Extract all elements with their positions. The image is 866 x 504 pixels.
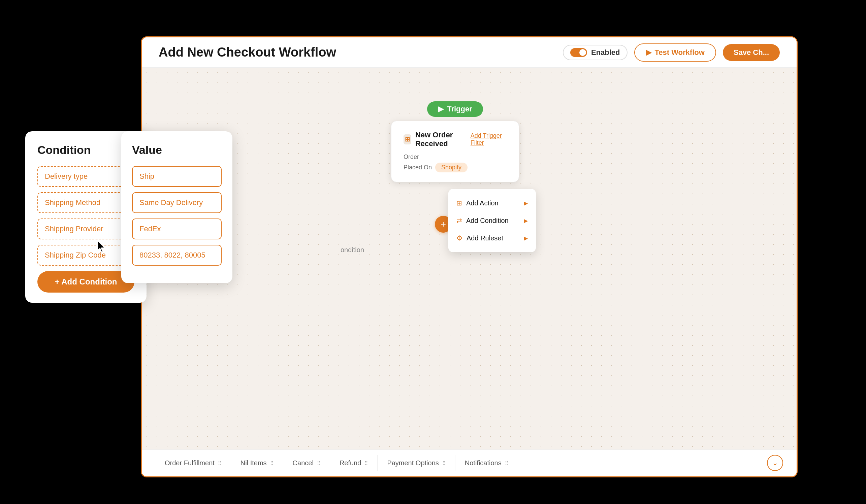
trigger-placed-on: Placed On Shopify	[403, 163, 507, 172]
shopify-badge: Shopify	[435, 163, 467, 172]
tab-order-fulfillment[interactable]: Order Fulfillment ⠿	[155, 455, 231, 471]
value-ship[interactable]: Ship	[132, 166, 222, 187]
canvas-area: ▶ Trigger ⊞ New Order Received Add Trigg…	[142, 68, 797, 477]
trigger-card: ⊞ New Order Received Add Trigger Filter …	[391, 121, 519, 182]
add-action-item[interactable]: ⊞ Add Action ▶	[448, 194, 536, 212]
add-condition-item[interactable]: ⇄ Add Condition ▶	[448, 212, 536, 229]
chevron-right-2-icon: ▶	[524, 217, 528, 224]
app-window: Add New Checkout Workflow Enabled ▶ Test…	[141, 36, 798, 478]
condition-shipping-method[interactable]: Shipping Method	[37, 192, 134, 213]
tab-notifications[interactable]: Notifications ⠿	[455, 455, 518, 471]
dots-icon-4: ⠿	[365, 461, 368, 466]
dots-icon-2: ⠿	[270, 461, 274, 466]
scroll-down-button[interactable]: ⌄	[767, 455, 783, 471]
dots-icon-3: ⠿	[317, 461, 320, 466]
tab-payment-options[interactable]: Payment Options ⠿	[378, 455, 455, 471]
toggle-label: Enabled	[591, 48, 620, 57]
add-trigger-link[interactable]: Add Trigger Filter	[470, 132, 507, 146]
trigger-node: ▶ Trigger ⊞ New Order Received Add Trigg…	[391, 101, 519, 182]
play-icon-trigger: ▶	[438, 105, 444, 113]
dots-icon-5: ⠿	[442, 461, 446, 466]
add-condition-icon: ⇄	[456, 216, 462, 225]
tab-cancel[interactable]: Cancel ⠿	[283, 455, 330, 471]
test-workflow-button[interactable]: ▶ Test Workflow	[634, 43, 716, 61]
bottom-tabs: Order Fulfillment ⠿ Nil Items ⠿ Cancel ⠿…	[142, 449, 797, 477]
trigger-card-title: ⊞ New Order Received	[403, 131, 470, 148]
dots-icon-6: ⠿	[505, 461, 508, 466]
condition-card-title: Condition	[37, 143, 134, 157]
add-ruleset-icon: ⚙	[456, 234, 463, 242]
context-menu: ⊞ Add Action ▶ ⇄ Add Condition ▶ ⚙ Add R…	[448, 189, 536, 252]
value-card-title: Value	[132, 143, 222, 157]
value-same-day[interactable]: Same Day Delivery	[132, 192, 222, 213]
trigger-card-header: ⊞ New Order Received Add Trigger Filter	[403, 131, 507, 148]
top-bar-actions: Enabled ▶ Test Workflow Save Ch...	[563, 43, 780, 61]
condition-shipping-zip[interactable]: Shipping Zip Code	[37, 245, 134, 266]
order-icon: ⊞	[403, 134, 411, 144]
save-button[interactable]: Save Ch...	[723, 44, 780, 61]
toggle-switch[interactable]	[570, 48, 587, 57]
condition-label: ondition	[341, 246, 364, 254]
add-ruleset-item[interactable]: ⚙ Add Ruleset ▶	[448, 229, 536, 247]
tab-refund[interactable]: Refund ⠿	[330, 455, 378, 471]
value-zip[interactable]: 80233, 8022, 80005	[132, 245, 222, 266]
add-action-icon: ⊞	[456, 199, 462, 207]
enabled-toggle[interactable]: Enabled	[563, 45, 628, 60]
play-icon: ▶	[646, 48, 652, 57]
condition-delivery-type[interactable]: Delivery type	[37, 166, 134, 187]
value-card: Value Ship Same Day Delivery FedEx 80233…	[121, 131, 232, 283]
dots-icon-1: ⠿	[218, 461, 221, 466]
trigger-badge: ▶ Trigger	[427, 101, 483, 117]
trigger-order-label: Order	[403, 154, 507, 160]
add-condition-button[interactable]: + Add Condition	[37, 271, 134, 293]
condition-shipping-provider[interactable]: Shipping Provider	[37, 219, 134, 239]
chevron-right-icon: ▶	[524, 200, 528, 206]
page-title: Add New Checkout Workflow	[159, 45, 563, 59]
chevron-right-3-icon: ▶	[524, 235, 528, 242]
tab-nil-items[interactable]: Nil Items ⠿	[231, 455, 283, 471]
value-fedex[interactable]: FedEx	[132, 219, 222, 239]
top-bar: Add New Checkout Workflow Enabled ▶ Test…	[142, 37, 797, 68]
